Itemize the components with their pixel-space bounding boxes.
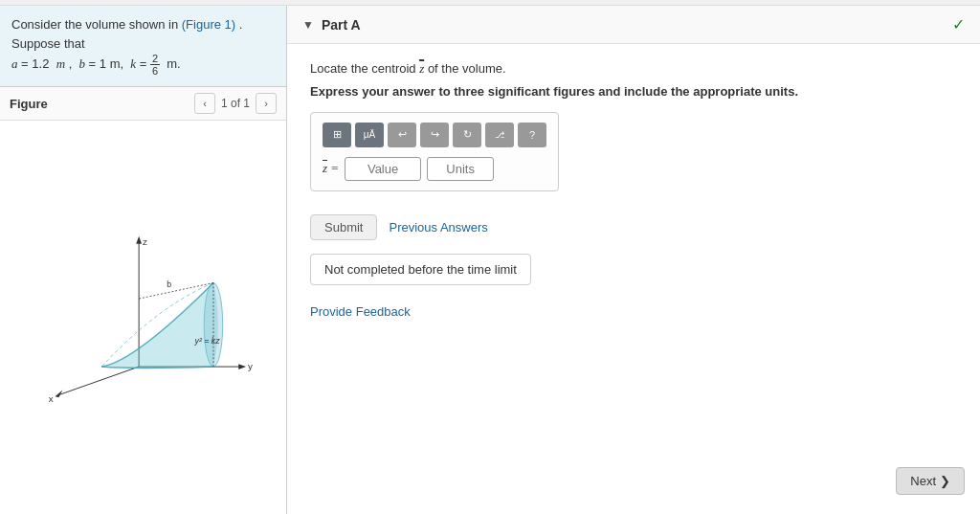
- provide-feedback-link[interactable]: Provide Feedback: [310, 304, 411, 319]
- figure-next-btn[interactable]: ›: [256, 93, 277, 114]
- question-line1: Locate the centroid z of the volume.: [310, 59, 957, 78]
- redo-toolbar-btn[interactable]: ↪: [420, 123, 449, 147]
- figure-canvas: z y x: [0, 121, 286, 514]
- feedback-row: Provide Feedback: [310, 304, 957, 319]
- figure-title: Figure: [10, 97, 48, 111]
- part-header: ▼ Part A ✓: [287, 6, 980, 44]
- mu-toolbar-btn[interactable]: μÄ: [355, 123, 384, 147]
- main-layout: Consider the volume shown in (Figure 1) …: [0, 6, 980, 514]
- right-panel: ▼ Part A ✓ Locate the centroid z of the …: [287, 6, 980, 514]
- next-button[interactable]: Next ❯: [896, 467, 965, 495]
- collapse-btn[interactable]: ▼: [302, 18, 314, 32]
- refresh-icon: ↻: [463, 128, 472, 141]
- figure-header: Figure ‹ 1 of 1 ›: [0, 87, 286, 121]
- input-label: z =: [323, 161, 339, 176]
- figure-nav: ‹ 1 of 1 ›: [194, 93, 277, 114]
- svg-line-6: [59, 367, 139, 394]
- figure-diagram: z y x: [29, 232, 258, 404]
- z-bar-symbol: z: [419, 59, 424, 78]
- svg-text:z: z: [143, 235, 147, 246]
- refresh-toolbar-btn[interactable]: ↻: [453, 123, 481, 147]
- figure-section: Figure ‹ 1 of 1 › z y: [0, 87, 286, 514]
- units-input[interactable]: [427, 157, 494, 181]
- grid-icon: ⊞: [333, 128, 342, 141]
- svg-text:y: y: [247, 361, 252, 371]
- problem-text-before: Consider the volume shown in: [11, 17, 182, 32]
- svg-marker-4: [238, 364, 246, 369]
- figure-prev-btn[interactable]: ‹: [194, 93, 215, 114]
- mu-icon: μÄ: [364, 129, 375, 140]
- keyboard-toolbar-btn[interactable]: ⎇: [485, 123, 514, 147]
- input-row: z =: [323, 157, 546, 181]
- left-panel: Consider the volume shown in (Figure 1) …: [0, 6, 287, 514]
- figure-link[interactable]: (Figure 1): [182, 17, 235, 32]
- next-label: Next: [910, 474, 936, 488]
- svg-text:y² = kz: y² = kz: [193, 335, 220, 345]
- keyboard-icon: ⎇: [495, 130, 504, 140]
- svg-marker-1: [136, 235, 142, 243]
- part-content: Locate the centroid z of the volume. Exp…: [287, 44, 980, 514]
- next-arrow-icon: ❯: [940, 474, 950, 488]
- action-row: Submit Previous Answers: [310, 214, 957, 240]
- previous-answers-link[interactable]: Previous Answers: [389, 220, 487, 235]
- undo-toolbar-btn[interactable]: ↩: [388, 123, 416, 147]
- part-label: Part A: [322, 17, 361, 33]
- not-completed-box: Not completed before the time limit: [310, 254, 531, 285]
- toolbar: ⊞ μÄ ↩ ↪ ↻ ⎇: [323, 123, 546, 147]
- redo-icon: ↪: [431, 128, 439, 141]
- svg-text:x: x: [48, 393, 53, 404]
- answer-box: ⊞ μÄ ↩ ↪ ↻ ⎇: [310, 112, 559, 191]
- check-icon: ✓: [952, 15, 965, 34]
- help-icon: ?: [529, 129, 535, 141]
- help-toolbar-btn[interactable]: ?: [518, 123, 546, 147]
- emphasis-text: Express your answer to three significant…: [310, 84, 957, 99]
- value-input[interactable]: [345, 157, 421, 181]
- undo-icon: ↩: [398, 128, 407, 141]
- problem-variables: a = 1.2 m , b = 1 m, k = 2 6 m.: [11, 56, 181, 71]
- submit-button[interactable]: Submit: [310, 214, 377, 240]
- part-header-left: ▼ Part A: [302, 17, 361, 33]
- figure-nav-text: 1 of 1: [221, 97, 250, 110]
- problem-statement: Consider the volume shown in (Figure 1) …: [0, 6, 286, 87]
- grid-toolbar-btn[interactable]: ⊞: [323, 123, 351, 147]
- svg-text:b: b: [167, 279, 171, 289]
